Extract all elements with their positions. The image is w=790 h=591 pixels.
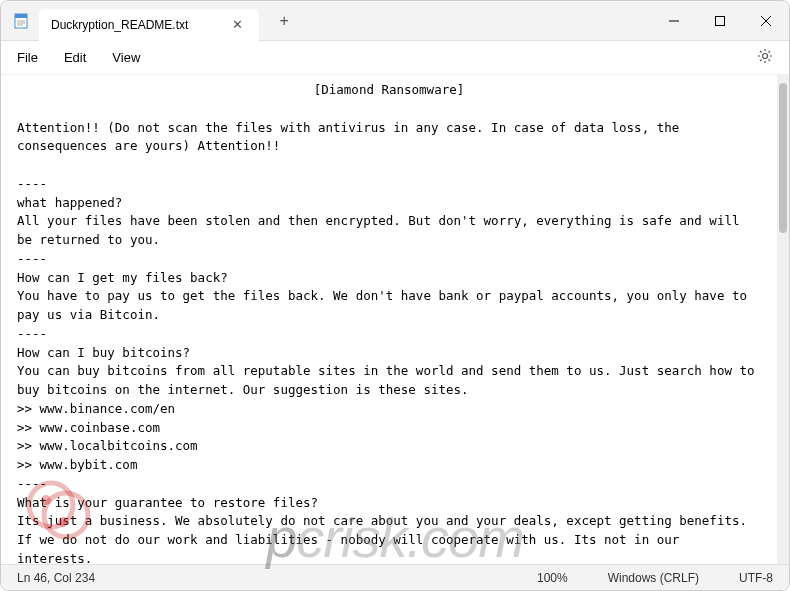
maximize-button[interactable] bbox=[697, 1, 743, 41]
minimize-button[interactable] bbox=[651, 1, 697, 41]
document-title: [Diamond Ransomware] bbox=[17, 81, 761, 100]
svg-rect-6 bbox=[716, 16, 725, 25]
close-icon bbox=[761, 16, 771, 26]
cursor-position: Ln 46, Col 234 bbox=[17, 571, 95, 585]
new-tab-button[interactable]: + bbox=[279, 12, 288, 30]
scroll-thumb[interactable] bbox=[779, 83, 787, 233]
text-content[interactable]: [Diamond Ransomware] Attention!! (Do not… bbox=[1, 75, 777, 564]
menu-edit[interactable]: Edit bbox=[64, 50, 86, 65]
minimize-icon bbox=[669, 16, 679, 26]
close-tab-icon[interactable]: ✕ bbox=[228, 17, 247, 32]
menu-view[interactable]: View bbox=[112, 50, 140, 65]
svg-point-9 bbox=[763, 54, 768, 59]
gear-icon bbox=[757, 48, 773, 64]
vertical-scrollbar[interactable] bbox=[777, 75, 789, 564]
menu-file[interactable]: File bbox=[17, 50, 38, 65]
window-controls bbox=[651, 1, 789, 41]
notepad-icon bbox=[13, 13, 29, 29]
close-button[interactable] bbox=[743, 1, 789, 41]
zoom-level[interactable]: 100% bbox=[537, 571, 568, 585]
svg-rect-1 bbox=[15, 14, 27, 18]
file-tab[interactable]: Duckryption_README.txt ✕ bbox=[39, 9, 259, 41]
document-body: Attention!! (Do not scan the files with … bbox=[17, 120, 762, 565]
titlebar: Duckryption_README.txt ✕ + bbox=[1, 1, 789, 41]
statusbar: Ln 46, Col 234 100% Windows (CRLF) UTF-8 bbox=[1, 564, 789, 590]
charset[interactable]: UTF-8 bbox=[739, 571, 773, 585]
content-wrapper: [Diamond Ransomware] Attention!! (Do not… bbox=[1, 75, 789, 564]
line-ending[interactable]: Windows (CRLF) bbox=[608, 571, 699, 585]
settings-button[interactable] bbox=[757, 48, 773, 67]
maximize-icon bbox=[715, 16, 725, 26]
tab-title: Duckryption_README.txt bbox=[51, 18, 188, 32]
menubar: File Edit View bbox=[1, 41, 789, 75]
